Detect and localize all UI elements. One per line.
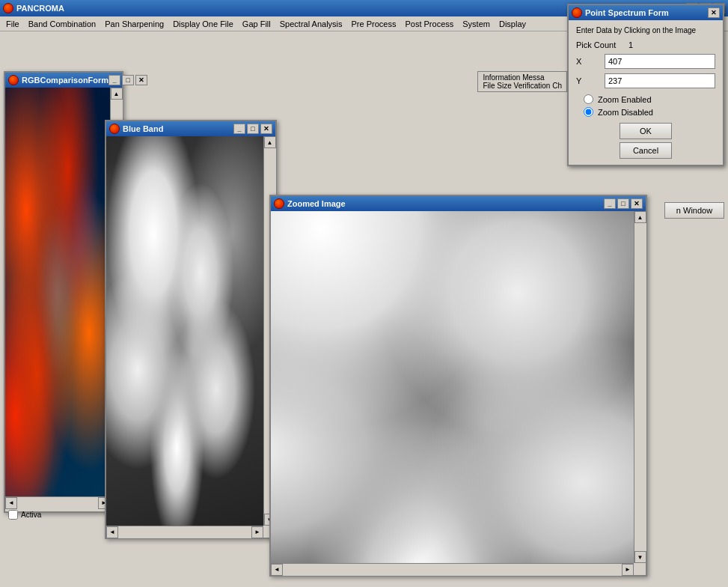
zoom-enabled-radio[interactable]	[584, 94, 593, 104]
blueband-image-area	[106, 136, 263, 526]
blueband-icon	[109, 124, 120, 134]
zoomed-image-area	[271, 211, 634, 563]
rgb-maximize-btn[interactable]: □	[122, 75, 134, 85]
form-cancel-row: Cancel	[576, 142, 715, 159]
blueband-scroll-up[interactable]: ▲	[264, 136, 276, 148]
rgb-scroll-up[interactable]: ▲	[111, 88, 123, 100]
rgb-title-bar: RGBComparisonForm _ □ ✕	[5, 73, 122, 88]
y-input[interactable]	[605, 73, 715, 88]
x-input[interactable]	[605, 54, 715, 69]
rgb-activate-checkbox[interactable]	[8, 510, 18, 520]
blueband-title-bar: Blue Band _ □ ✕	[106, 121, 275, 136]
zoomed-scroll-right[interactable]: ►	[622, 564, 634, 576]
app-icon	[3, 3, 13, 13]
zoom-enabled-row: Zoom Enabled	[584, 94, 715, 104]
spectrum-form-body: Enter Data by Clicking on the Image Pick…	[569, 20, 723, 165]
blueband-minimize-btn[interactable]: _	[233, 124, 245, 134]
zoomed-scroll-track-h[interactable]	[283, 564, 622, 576]
menu-band-combination[interactable]: Band Combination	[24, 18, 101, 30]
zoomed-scroll-left[interactable]: ◄	[271, 564, 283, 576]
blueband-image-content	[106, 136, 263, 526]
zoom-disabled-label: Zoom Disabled	[598, 108, 653, 117]
spectrum-form-title-bar: Point Spectrum Form ✕	[569, 5, 723, 20]
zoom-disabled-row: Zoom Disabled	[584, 107, 715, 117]
zoomed-icon	[274, 198, 284, 209]
zoomed-title: Zoomed Image	[287, 199, 346, 208]
pick-count-label: Pick Count	[576, 40, 628, 49]
rgb-scroll-left[interactable]: ◄	[5, 497, 17, 509]
zoom-disabled-radio[interactable]	[584, 107, 593, 117]
zoomed-title-bar: Zoomed Image _ □ ✕	[271, 196, 646, 211]
blueband-window: Blue Band _ □ ✕ ▲ ▼ ◄ ►	[105, 120, 277, 539]
blueband-title: Blue Band	[123, 124, 163, 133]
menu-post-process[interactable]: Post Process	[400, 18, 458, 30]
blueband-scroll-right[interactable]: ►	[251, 526, 263, 538]
menu-spectral-analysis[interactable]: Spectral Analysis	[275, 18, 347, 30]
x-row: X	[576, 54, 715, 69]
ok-button[interactable]: OK	[620, 123, 672, 139]
spectrum-close-btn[interactable]: ✕	[708, 7, 720, 18]
rgb-checkbox-label: Activa	[21, 511, 41, 519]
zoomed-close-btn[interactable]: ✕	[631, 198, 643, 209]
zoom-radio-group: Zoom Enabled Zoom Disabled	[576, 94, 715, 117]
zoom-enabled-label: Zoom Enabled	[598, 95, 652, 104]
rgb-image-area	[5, 88, 110, 496]
spectrum-form-icon	[572, 7, 582, 18]
rgb-minimize-btn[interactable]: _	[108, 75, 120, 85]
blueband-scrollbar-h[interactable]: ◄ ►	[106, 526, 263, 538]
rgb-window-title: RGBComparisonForm	[22, 76, 108, 85]
zoomed-scroll-up[interactable]: ▲	[634, 211, 646, 223]
action-window-button[interactable]: n Window	[664, 202, 724, 219]
rgb-close-btn[interactable]: ✕	[135, 75, 147, 85]
zoomed-window: Zoomed Image _ □ ✕ ▲ ▼ ◄ ►	[269, 195, 647, 577]
menu-pre-process[interactable]: Pre Process	[347, 18, 401, 30]
menu-display-one-file[interactable]: Display One File	[168, 18, 238, 30]
pick-count-value: 1	[628, 40, 633, 49]
pick-count-row: Pick Count 1	[576, 40, 715, 49]
spectrum-form-title: Point Spectrum Form	[585, 8, 708, 17]
rgb-window-icon	[8, 75, 19, 85]
blueband-maximize-btn[interactable]: □	[247, 124, 259, 134]
spectrum-instruction: Enter Data by Clicking on the Image	[576, 26, 715, 34]
y-label: Y	[576, 76, 605, 85]
zoomed-image-content	[271, 211, 634, 563]
spectrum-form: Point Spectrum Form ✕ Enter Data by Clic…	[567, 4, 724, 166]
zoomed-scrollbar-v[interactable]: ▲ ▼	[634, 211, 646, 563]
y-row: Y	[576, 73, 715, 88]
blueband-scroll-left[interactable]: ◄	[106, 526, 118, 538]
rgb-image-content	[5, 88, 110, 496]
zoomed-maximize-btn[interactable]: □	[617, 198, 629, 209]
main-window: PANCROMA _ □ ✕ File Band Combination Pan…	[0, 0, 728, 587]
menu-system[interactable]: System	[458, 18, 495, 30]
menu-file[interactable]: File	[1, 18, 24, 30]
blueband-close-btn[interactable]: ✕	[260, 124, 272, 134]
blueband-scroll-track-h[interactable]	[118, 526, 251, 538]
info-line2: File Size Verification Ch	[483, 82, 562, 90]
rgb-scrollbar-h[interactable]: ◄ ►	[5, 496, 110, 508]
menu-display[interactable]: Display	[495, 18, 530, 30]
zoomed-scroll-track-v[interactable]	[634, 223, 646, 551]
zoomed-scrollbar-h[interactable]: ◄ ►	[271, 563, 634, 575]
zoomed-minimize-btn[interactable]: _	[604, 198, 616, 209]
info-panel: Information Messa File Size Verification…	[477, 71, 567, 92]
x-label: X	[576, 57, 605, 66]
rgb-scroll-track-h[interactable]	[17, 497, 98, 509]
menu-pan-sharpening[interactable]: Pan Sharpening	[100, 18, 168, 30]
info-line1: Information Messa	[483, 73, 562, 82]
form-button-row: OK	[576, 123, 715, 139]
zoomed-scroll-down[interactable]: ▼	[634, 551, 646, 563]
cancel-button[interactable]: Cancel	[620, 142, 672, 159]
menu-gap-fill[interactable]: Gap Fill	[238, 18, 275, 30]
